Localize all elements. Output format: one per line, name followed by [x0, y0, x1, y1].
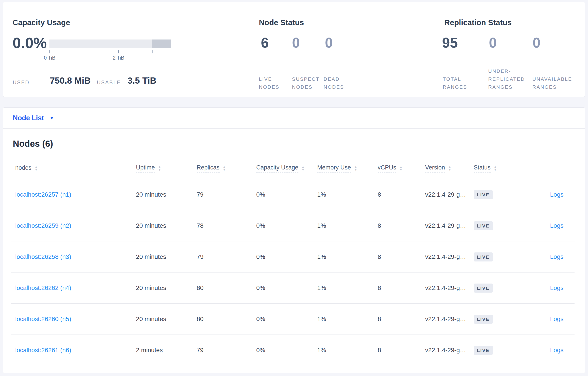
logs-link[interactable]: Logs [550, 253, 564, 260]
logs-link[interactable]: Logs [550, 191, 564, 198]
column-header-label: Replicas [197, 164, 220, 173]
status-badge: LIVE [474, 283, 493, 292]
axis-tick [49, 50, 50, 53]
node-list-dropdown[interactable]: Node List ▼ [13, 114, 54, 122]
vcpus-cell: 8 [378, 335, 425, 366]
logs-link: Logs [525, 335, 575, 366]
total-ranges-label: TOTAL RANGES [443, 75, 467, 91]
column-header-label: Version [425, 164, 445, 173]
table-row: localhost:26258 (n3)20 minutes790%1%8v22… [11, 241, 575, 272]
capacity-usage-bar [49, 40, 171, 48]
table-row: localhost:26259 (n2)20 minutes780%1%8v22… [11, 210, 575, 241]
table-row: localhost:26262 (n4)20 minutes800%1%8v22… [11, 272, 575, 304]
node-link[interactable]: localhost:26259 (n2) [15, 222, 71, 229]
column-header-capacity-usage[interactable]: Capacity Usage▲▼ [256, 158, 317, 179]
capacity-usage-title: Capacity Usage [13, 18, 70, 27]
memory-use-cell: 1% [317, 272, 378, 304]
node-link[interactable]: localhost:26258 (n3) [15, 253, 71, 260]
logs-link[interactable]: Logs [550, 315, 564, 322]
axis-tick [152, 50, 153, 53]
total-ranges-value: 95 [442, 35, 458, 51]
vcpus-cell: 8 [378, 272, 425, 304]
node-link: localhost:26262 (n4) [11, 272, 136, 304]
sort-icon: ▲▼ [448, 166, 451, 171]
capacity-usage-cell: 0% [256, 272, 317, 304]
node-list-panel: Node List ▼ Nodes (6) nodes▲▼Uptime▲▼Rep… [3, 107, 585, 373]
uptime-cell: 20 minutes [136, 179, 197, 210]
column-header-memory-use[interactable]: Memory Use▲▼ [317, 158, 378, 179]
vcpus-cell: 8 [378, 304, 425, 335]
nodes-heading: Nodes (6) [13, 139, 53, 149]
replicas-cell: 78 [197, 210, 256, 241]
node-link[interactable]: localhost:26262 (n4) [15, 284, 71, 291]
version-cell: v22.1.4-29-g… [425, 241, 474, 272]
vcpus-cell: 8 [378, 210, 425, 241]
dead-nodes-label: DEAD NODES [324, 75, 344, 91]
version-cell: v22.1.4-29-g… [425, 179, 474, 210]
column-header-label: Status [474, 164, 491, 173]
logs-link[interactable]: Logs [550, 284, 564, 291]
status-badge: LIVE [474, 221, 493, 230]
used-value: 750.8 MiB [50, 76, 91, 86]
uptime-cell: 20 minutes [136, 272, 197, 304]
memory-use-cell: 1% [317, 335, 378, 366]
suspect-nodes-label: SUSPECT NODES [292, 75, 320, 91]
node-link: localhost:26259 (n2) [11, 210, 136, 241]
axis-tick [84, 50, 84, 53]
column-header-nodes[interactable]: nodes▲▼ [11, 158, 136, 179]
version-cell: v22.1.4-29-g… [425, 272, 474, 304]
vcpus-cell: 8 [378, 241, 425, 272]
memory-use-cell: 1% [317, 304, 378, 335]
table-row: localhost:26260 (n5)20 minutes800%1%8v22… [11, 304, 575, 335]
usable-value: 3.5 TiB [127, 76, 156, 86]
logs-link[interactable]: Logs [550, 222, 564, 229]
column-header-uptime[interactable]: Uptime▲▼ [136, 158, 197, 179]
version-cell: v22.1.4-29-g… [425, 335, 474, 366]
column-header-version[interactable]: Version▲▼ [425, 158, 474, 179]
memory-use-cell: 1% [317, 210, 378, 241]
node-link[interactable]: localhost:26257 (n1) [15, 191, 71, 198]
node-status-title: Node Status [259, 18, 304, 27]
replicas-cell: 79 [197, 241, 256, 272]
status-badge: LIVE [474, 346, 493, 355]
status-badge: LIVE [474, 335, 525, 366]
logs-link: Logs [525, 179, 575, 210]
column-header-replicas[interactable]: Replicas▲▼ [197, 158, 256, 179]
under-replicated-ranges-value: 0 [489, 35, 497, 51]
cluster-overview-page: Capacity Usage 0.0% 0 TiB 2 TiB USED 750… [0, 0, 588, 376]
uptime-cell: 20 minutes [136, 304, 197, 335]
axis-tick-label: 0 TiB [36, 55, 63, 61]
axis-tick-label: 2 TiB [105, 55, 132, 61]
uptime-cell: 20 minutes [136, 241, 197, 272]
uptime-cell: 20 minutes [136, 210, 197, 241]
sort-icon: ▲▼ [494, 166, 497, 171]
memory-use-cell: 1% [317, 179, 378, 210]
version-cell: v22.1.4-29-g… [425, 304, 474, 335]
cluster-summary-panel: Capacity Usage 0.0% 0 TiB 2 TiB USED 750… [3, 2, 585, 97]
dead-nodes-value: 0 [325, 35, 333, 51]
status-badge: LIVE [474, 304, 525, 335]
used-label: USED [13, 80, 30, 86]
replicas-cell: 79 [197, 179, 256, 210]
node-link[interactable]: localhost:26261 (n6) [15, 347, 71, 354]
uptime-cell: 2 minutes [136, 335, 197, 366]
axis-tick [118, 50, 119, 53]
under-replicated-ranges-label: UNDER- REPLICATED RANGES [488, 67, 525, 91]
replication-status-title: Replication Status [444, 18, 512, 27]
capacity-usage-cell: 0% [256, 210, 317, 241]
sort-icon: ▲▼ [302, 166, 304, 171]
table-header-row: nodes▲▼Uptime▲▼Replicas▲▼Capacity Usage▲… [11, 158, 575, 179]
status-badge: LIVE [474, 252, 493, 261]
status-badge: LIVE [474, 241, 525, 272]
logs-link: Logs [525, 304, 575, 335]
column-header-vcpus[interactable]: vCPUs▲▼ [378, 158, 425, 179]
column-header-status[interactable]: Status▲▼ [474, 158, 525, 179]
live-nodes-value: 6 [261, 35, 269, 51]
node-link[interactable]: localhost:26260 (n5) [15, 315, 71, 322]
usable-label: USABLE [97, 80, 121, 86]
logs-link: Logs [525, 272, 575, 304]
table-row: localhost:26257 (n1)20 minutes790%1%8v22… [11, 179, 575, 210]
capacity-usage-cell: 0% [256, 241, 317, 272]
logs-link[interactable]: Logs [550, 347, 564, 354]
column-header-label: Uptime [136, 164, 155, 173]
